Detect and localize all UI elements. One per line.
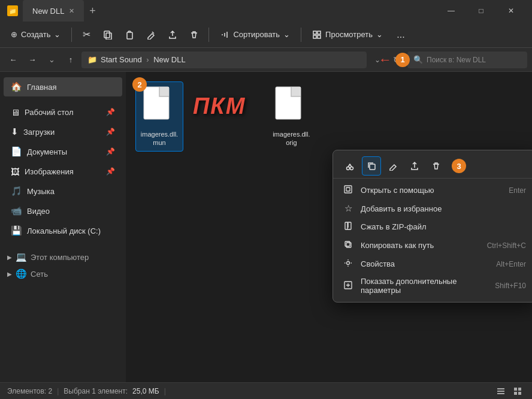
pin-icon-3: 📌 bbox=[106, 147, 115, 156]
ctx-delete-btn[interactable] bbox=[427, 156, 446, 176]
ctx-copy-btn[interactable] bbox=[362, 156, 381, 176]
selected-label: Выбран 1 элемент: bbox=[64, 387, 128, 395]
file-item-2[interactable]: imageres.dll.orig bbox=[267, 81, 315, 152]
svg-point-17 bbox=[347, 262, 350, 265]
sidebar: 🏠 Главная 🖥 Рабочий стол 📌 ⬇ Загрузки 📌 … bbox=[0, 72, 126, 382]
pin-icon-4: 📌 bbox=[106, 167, 115, 176]
share-btn[interactable] bbox=[163, 25, 182, 44]
svg-rect-25 bbox=[518, 392, 521, 395]
close-btn[interactable]: ✕ bbox=[497, 0, 525, 22]
copy-btn[interactable] bbox=[98, 25, 117, 44]
file-item-selected[interactable]: 2 imageres.dll.mun bbox=[135, 81, 183, 152]
active-tab[interactable]: New DLL ✕ bbox=[23, 0, 84, 22]
properties-icon bbox=[343, 258, 353, 270]
up-btn[interactable]: ↑ bbox=[62, 52, 79, 68]
video-icon: 📹 bbox=[11, 205, 22, 216]
create-btn[interactable]: ⊕ Создать ⌄ bbox=[5, 25, 66, 44]
svg-rect-21 bbox=[497, 393, 504, 394]
svg-rect-3 bbox=[313, 31, 316, 34]
svg-rect-16 bbox=[345, 241, 350, 246]
file-icon-2 bbox=[273, 86, 309, 128]
sidebar-item-desktop[interactable]: 🖥 Рабочий стол 📌 bbox=[4, 102, 122, 122]
file-grid: 2 imageres.dll.mun ПКМ bbox=[135, 81, 522, 152]
create-dropdown-icon: ⌄ bbox=[54, 30, 61, 39]
search-icon: 🔍 bbox=[413, 55, 423, 64]
breadcrumb: Start Sound › New DLL bbox=[101, 55, 186, 64]
network-icon: 🌐 bbox=[16, 268, 27, 279]
documents-icon: 📄 bbox=[11, 146, 22, 157]
sidebar-item-local-disk[interactable]: 💾 Локальный диск (C:) bbox=[4, 221, 122, 240]
chevron-icon: ▶ bbox=[7, 254, 12, 261]
pictures-icon: 🖼 bbox=[11, 167, 20, 177]
toolbar-sep-2 bbox=[208, 28, 209, 42]
context-menu: 3 Открыть с помощью Enter ☆ Добавить в и… bbox=[332, 150, 532, 303]
list-view-btn[interactable] bbox=[494, 384, 508, 398]
main-layout: 🏠 Главная 🖥 Рабочий стол 📌 ⬇ Загрузки 📌 … bbox=[0, 72, 532, 382]
ctx-cut-btn[interactable] bbox=[340, 156, 359, 176]
new-tab-btn[interactable]: + bbox=[84, 2, 101, 19]
forward-btn[interactable]: → bbox=[24, 52, 41, 68]
minimize-btn[interactable]: — bbox=[437, 0, 465, 22]
back-btn[interactable]: ← bbox=[5, 52, 22, 68]
svg-point-10 bbox=[350, 167, 353, 170]
folder-icon: 📁 bbox=[7, 5, 18, 16]
ctx-zip[interactable]: Сжать в ZIP-файл bbox=[333, 217, 532, 236]
file-icon-1 bbox=[141, 86, 177, 128]
window-controls: — □ ✕ bbox=[437, 0, 525, 22]
ctx-properties[interactable]: Свойства Alt+Enter bbox=[333, 255, 532, 273]
sidebar-item-music[interactable]: 🎵 Музыка bbox=[4, 182, 122, 201]
svg-rect-6 bbox=[318, 35, 321, 38]
cut-btn[interactable]: ✂ bbox=[77, 25, 96, 44]
copy-path-icon bbox=[343, 240, 353, 251]
sidebar-section-computer[interactable]: ▶ 💻 Этот компьютер bbox=[0, 249, 126, 265]
ctx-add-favorite[interactable]: ☆ Добавить в избранное bbox=[333, 200, 532, 217]
paste-btn[interactable] bbox=[120, 25, 139, 44]
more-btn[interactable]: ... bbox=[391, 25, 410, 44]
pin-icon-2: 📌 bbox=[106, 128, 115, 136]
grid-view-btn[interactable] bbox=[510, 384, 525, 398]
home-icon: 🏠 bbox=[11, 81, 22, 92]
svg-rect-24 bbox=[514, 392, 517, 395]
maximize-btn[interactable]: □ bbox=[467, 0, 495, 22]
disk-icon: 💾 bbox=[11, 225, 22, 236]
red-arrow-icon: ← bbox=[379, 52, 392, 68]
desktop-icon: 🖥 bbox=[11, 107, 20, 117]
ctx-copy-path[interactable]: Копировать как путь Ctrl+Shift+C bbox=[333, 236, 532, 255]
more-options-icon bbox=[343, 280, 353, 292]
selected-size: 25,0 МБ bbox=[132, 387, 159, 395]
tab-close-btn[interactable]: ✕ bbox=[69, 7, 74, 15]
step-2-badge: 2 bbox=[132, 77, 147, 92]
crumb-start-sound[interactable]: Start Sound bbox=[101, 55, 142, 64]
status-bar: Элементов: 2 | Выбран 1 элемент: 25,0 МБ… bbox=[0, 382, 532, 399]
sidebar-item-home[interactable]: 🏠 Главная bbox=[4, 77, 122, 96]
toolbar-sep-1 bbox=[71, 28, 72, 42]
rename-btn[interactable] bbox=[141, 25, 161, 44]
svg-rect-19 bbox=[497, 388, 504, 389]
svg-rect-15 bbox=[346, 243, 351, 247]
ctx-open-with[interactable]: Открыть с помощью Enter bbox=[333, 181, 532, 200]
downloads-icon: ⬇ bbox=[11, 126, 19, 137]
sort-btn[interactable]: Сортировать ⌄ bbox=[214, 25, 296, 44]
zip-icon bbox=[343, 221, 353, 232]
sidebar-item-documents[interactable]: 📄 Документы 📌 bbox=[4, 142, 122, 161]
open-with-icon bbox=[343, 185, 353, 196]
view-toolbar-btn[interactable]: Просмотреть ⌄ bbox=[306, 25, 389, 44]
step-1-badge: 1 bbox=[395, 53, 410, 67]
file-name-2: imageres.dll.orig bbox=[271, 130, 311, 147]
recent-btn[interactable]: ⌄ bbox=[43, 52, 60, 68]
search-box[interactable]: 🔍 Поиск в: New DLL bbox=[407, 52, 527, 68]
sidebar-section-network[interactable]: ▶ 🌐 Сеть bbox=[0, 266, 126, 282]
ctx-more-options[interactable]: Показать дополнительные параметры Shift+… bbox=[333, 273, 532, 298]
sidebar-item-pictures[interactable]: 🖼 Изображения 📌 bbox=[4, 162, 122, 181]
pkm-text-label: ПКМ bbox=[193, 93, 246, 119]
address-input[interactable]: 📁 Start Sound › New DLL ← 1 bbox=[81, 52, 367, 68]
sidebar-item-downloads[interactable]: ⬇ Загрузки 📌 bbox=[4, 122, 122, 141]
ctx-rename-btn[interactable] bbox=[383, 156, 403, 176]
svg-rect-2 bbox=[127, 32, 132, 39]
sidebar-item-video[interactable]: 📹 Видео bbox=[4, 201, 122, 220]
address-folder-icon: 📁 bbox=[87, 55, 97, 64]
ctx-share-btn[interactable] bbox=[405, 156, 424, 176]
svg-rect-12 bbox=[344, 186, 352, 193]
delete-btn[interactable] bbox=[185, 25, 204, 44]
crumb-new-dll[interactable]: New DLL bbox=[153, 55, 185, 64]
